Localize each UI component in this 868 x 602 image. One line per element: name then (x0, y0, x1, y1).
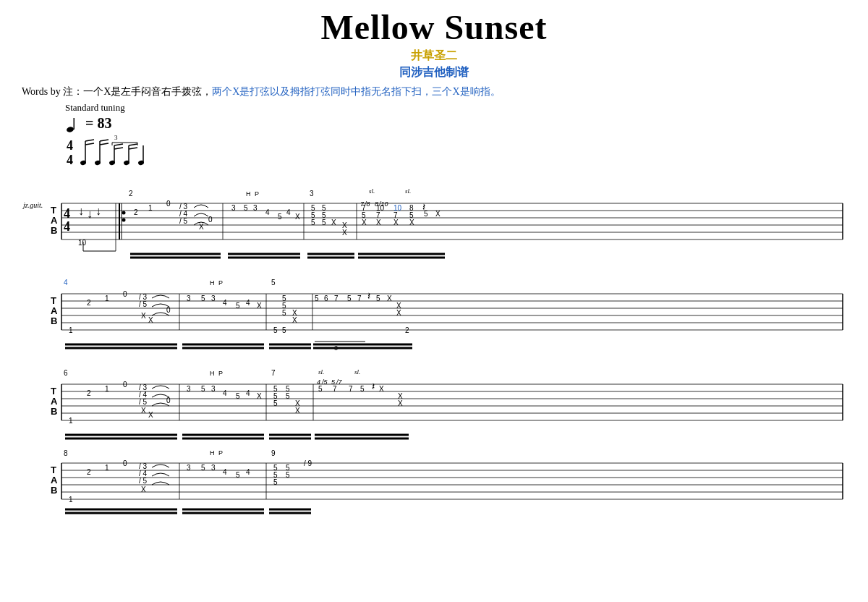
svg-line-7 (85, 143, 94, 145)
svg-text:5: 5 (236, 471, 240, 479)
svg-text:5: 5 (311, 219, 315, 226)
svg-text:5: 5 (318, 385, 323, 393)
svg-text:𝄽: 𝄽 (372, 383, 375, 390)
svg-text:5: 5 (322, 219, 326, 226)
svg-text:X: X (141, 486, 146, 493)
staff-row-1: jz.guit. T A B 4 4 ↓ ↓ ↓ 10 (22, 173, 846, 263)
tempo-display: = 83 (65, 115, 846, 132)
svg-text:3: 3 (231, 204, 236, 212)
svg-text:A: A (51, 396, 58, 407)
svg-text:X: X (342, 229, 347, 237)
svg-text:5: 5 (282, 309, 286, 317)
svg-text:2: 2 (129, 190, 133, 198)
svg-text:/ 5: / 5 (139, 477, 148, 485)
svg-text:P: P (218, 370, 223, 377)
tempo-value: = 83 (85, 115, 111, 132)
svg-text:5: 5 (273, 326, 278, 334)
svg-text:0: 0 (123, 459, 127, 467)
svg-text:4: 4 (223, 389, 227, 397)
svg-text:T: T (51, 386, 56, 397)
song-title: Mellow Sunset (22, 7, 846, 47)
svg-text:3: 3 (187, 385, 191, 393)
svg-text:↓: ↓ (95, 205, 101, 217)
svg-text:sl.: sl. (405, 187, 411, 195)
rhythm-svg: 4 4 3 (65, 134, 152, 170)
svg-text:4: 4 (246, 299, 250, 307)
svg-point-49 (122, 218, 126, 221)
svg-text:4: 4 (223, 299, 227, 307)
svg-text:X: X (141, 312, 146, 320)
svg-text:3: 3 (211, 385, 216, 393)
svg-text:X: X (396, 309, 401, 317)
svg-text:5: 5 (376, 294, 380, 302)
svg-text:8: 8 (64, 449, 68, 457)
svg-text:H: H (210, 279, 215, 287)
svg-text:H: H (210, 449, 215, 457)
transcriber-cn: 同涉吉他制谱 (22, 65, 846, 80)
svg-text:H: H (210, 370, 215, 377)
svg-text:1: 1 (69, 326, 73, 334)
svg-text:3: 3 (114, 134, 118, 141)
svg-text:2: 2 (405, 326, 409, 334)
svg-text:5: 5 (271, 279, 276, 287)
svg-text:7: 7 (333, 385, 337, 393)
svg-text:/ 5: / 5 (139, 398, 148, 406)
svg-text:/ 5: / 5 (139, 300, 148, 308)
svg-text:4: 4 (286, 208, 291, 216)
svg-text:5: 5 (315, 294, 319, 302)
svg-text:P: P (218, 449, 223, 457)
svg-point-0 (66, 126, 74, 132)
svg-text:X: X (141, 407, 146, 415)
svg-text:B: B (51, 225, 57, 236)
svg-text:7: 7 (271, 369, 276, 377)
annotation-line: Words by 注：一个X是左手闷音右手拨弦，两个X是打弦以及拇指打弦同时中指… (22, 85, 846, 99)
svg-text:5: 5 (244, 204, 248, 212)
svg-text:B: B (51, 406, 57, 417)
svg-text:7: 7 (349, 385, 353, 393)
svg-text:X: X (409, 219, 414, 226)
svg-text:1: 1 (105, 294, 109, 302)
svg-text:4: 4 (67, 138, 73, 153)
svg-text:2: 2 (87, 299, 91, 307)
svg-text:X: X (148, 316, 153, 324)
svg-text:4: 4 (67, 153, 73, 167)
svg-text:5: 5 (286, 471, 290, 479)
svg-text:P: P (255, 190, 259, 198)
svg-text:5: 5 (201, 464, 205, 472)
svg-text:5: 5 (201, 385, 205, 393)
svg-text:sl.: sl. (369, 187, 375, 195)
svg-text:5: 5 (201, 294, 205, 302)
tempo-note-icon (65, 115, 81, 132)
svg-text:X: X (295, 213, 300, 221)
svg-text:1: 1 (69, 496, 73, 504)
svg-text:X: X (257, 302, 262, 310)
svg-rect-1 (74, 118, 75, 130)
svg-text:X: X (393, 219, 399, 226)
svg-text:B: B (51, 315, 57, 326)
svg-text:1: 1 (105, 464, 109, 472)
svg-text:jz.guit.: jz.guit. (22, 201, 43, 209)
svg-text:1: 1 (69, 417, 73, 425)
svg-text:B: B (51, 485, 57, 496)
svg-text:6: 6 (324, 294, 328, 302)
svg-text:X: X (387, 294, 392, 302)
svg-text:X: X (379, 385, 384, 393)
notation-area: jz.guit. T A B 4 4 ↓ ↓ ↓ 10 (22, 173, 846, 517)
svg-text:/ 5: / 5 (179, 217, 188, 225)
svg-line-23 (129, 148, 137, 149)
svg-text:5: 5 (278, 213, 282, 221)
svg-text:4: 4 (64, 219, 70, 234)
svg-text:5: 5 (360, 385, 365, 393)
svg-point-48 (122, 211, 126, 214)
svg-text:2: 2 (134, 208, 138, 216)
svg-text:4: 4 (265, 208, 270, 216)
svg-text:5: 5 (347, 294, 352, 302)
svg-text:X: X (331, 219, 336, 226)
svg-text:/ 9: / 9 (304, 459, 312, 467)
staff-row-3: T A B 6 1 2 1 0 / 3 / 4 / 5 X X (22, 354, 846, 444)
svg-text:5: 5 (236, 302, 240, 310)
svg-text:T: T (51, 465, 56, 475)
svg-text:↓: ↓ (87, 208, 93, 220)
svg-text:𝄽: 𝄽 (367, 292, 370, 300)
composer-cn: 井草圣二 (22, 48, 846, 64)
